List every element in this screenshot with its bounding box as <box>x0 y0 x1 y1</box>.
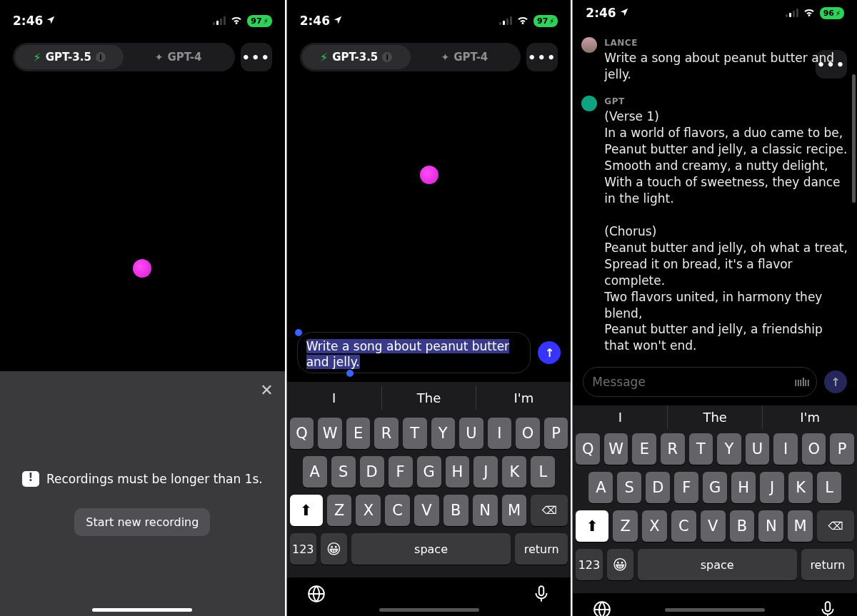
emoji-key[interactable]: 😀 <box>607 549 633 580</box>
numbers-key[interactable]: 123 <box>576 549 602 580</box>
key-w[interactable]: W <box>318 418 342 449</box>
key-u[interactable]: U <box>746 433 770 465</box>
key-b[interactable]: B <box>730 510 755 542</box>
mic-icon[interactable] <box>532 585 551 606</box>
scroll-indicator[interactable] <box>852 74 856 203</box>
keyboard-suggestions[interactable]: I The I'm <box>573 405 857 429</box>
key-o[interactable]: O <box>516 418 540 449</box>
clock: 2:46 <box>13 14 43 28</box>
keyboard-suggestions[interactable]: I The I'm <box>287 382 571 413</box>
home-indicator[interactable] <box>92 608 192 612</box>
key-t[interactable]: T <box>403 418 427 449</box>
return-key[interactable]: return <box>515 533 568 565</box>
suggestion[interactable]: I <box>287 386 382 410</box>
more-button[interactable]: ••• <box>526 43 558 71</box>
suggestion[interactable]: I'm <box>763 405 857 429</box>
key-g[interactable]: G <box>417 456 441 488</box>
key-c[interactable]: C <box>385 495 410 526</box>
selection-handle[interactable] <box>346 370 354 377</box>
close-icon[interactable]: ✕ <box>260 381 273 399</box>
key-v[interactable]: V <box>414 495 439 526</box>
key-a[interactable]: A <box>303 456 327 488</box>
key-q[interactable]: Q <box>576 433 600 465</box>
send-button[interactable]: ↑ <box>824 370 847 393</box>
sender-label: LANCE <box>604 37 848 49</box>
keyboard[interactable]: QWERTYUIOP ASDFGHJKL ⬆ ZXCVBNM ⌫ 123 😀 s… <box>573 429 857 593</box>
tab-gpt4[interactable]: ✦ GPT-4 <box>411 45 519 69</box>
key-j[interactable]: J <box>473 456 498 488</box>
emoji-key[interactable]: 😀 <box>321 533 347 565</box>
space-key[interactable]: space <box>638 549 797 580</box>
key-s[interactable]: S <box>617 472 641 503</box>
key-h[interactable]: H <box>731 472 756 503</box>
key-f[interactable]: F <box>674 472 698 503</box>
home-indicator[interactable] <box>379 608 479 612</box>
key-d[interactable]: D <box>360 456 384 488</box>
key-w[interactable]: W <box>604 433 628 465</box>
key-h[interactable]: H <box>446 456 470 488</box>
key-d[interactable]: D <box>646 472 670 503</box>
key-p[interactable]: P <box>830 433 854 465</box>
start-recording-button[interactable]: Start new recording <box>74 508 210 536</box>
key-j[interactable]: J <box>760 472 784 503</box>
suggestion[interactable]: I'm <box>476 386 571 410</box>
key-z[interactable]: Z <box>613 510 638 542</box>
key-l[interactable]: L <box>531 456 555 488</box>
numbers-key[interactable]: 123 <box>290 533 316 565</box>
keyboard[interactable]: QWERTYUIOP ASDFGHJKL ⬆ ZXCVBNM ⌫ 123 😀 s… <box>287 413 571 577</box>
key-y[interactable]: Y <box>717 433 741 465</box>
home-indicator[interactable] <box>665 608 765 612</box>
message-input[interactable]: Write a song about peanut butter and jel… <box>297 332 531 373</box>
key-l[interactable]: L <box>817 472 841 503</box>
overlay-message: Recordings must be longer than 1s. <box>46 472 263 486</box>
key-v[interactable]: V <box>701 510 726 542</box>
key-p[interactable]: P <box>544 418 568 449</box>
key-i[interactable]: I <box>773 433 798 465</box>
key-m[interactable]: M <box>502 495 527 526</box>
key-o[interactable]: O <box>802 433 826 465</box>
backspace-key[interactable]: ⌫ <box>531 495 568 526</box>
key-y[interactable]: Y <box>431 418 456 449</box>
tab-gpt35[interactable]: ⚡︎ GPT-3.5 i <box>15 45 124 69</box>
tab-gpt35[interactable]: ⚡︎ GPT-3.5 i <box>302 45 411 69</box>
suggestion[interactable]: The <box>668 405 763 429</box>
globe-icon[interactable] <box>593 600 611 616</box>
send-button[interactable]: ↑ <box>538 341 561 364</box>
key-t[interactable]: T <box>689 433 713 465</box>
return-key[interactable]: return <box>801 549 854 580</box>
key-k[interactable]: K <box>502 456 526 488</box>
backspace-key[interactable]: ⌫ <box>817 510 854 542</box>
key-r[interactable]: R <box>374 418 399 449</box>
key-i[interactable]: I <box>488 418 512 449</box>
more-button[interactable]: ••• <box>241 43 272 71</box>
shift-key[interactable]: ⬆ <box>576 510 608 542</box>
key-q[interactable]: Q <box>290 418 314 449</box>
space-key[interactable]: space <box>351 533 511 565</box>
key-m[interactable]: M <box>788 510 813 542</box>
key-b[interactable]: B <box>443 495 468 526</box>
waveform-icon[interactable]: ıııIıı <box>794 375 809 389</box>
key-z[interactable]: Z <box>327 495 352 526</box>
shift-key[interactable]: ⬆ <box>290 495 323 526</box>
suggestion[interactable]: The <box>382 386 477 410</box>
key-e[interactable]: E <box>346 418 371 449</box>
selection-handle[interactable] <box>295 329 302 336</box>
key-k[interactable]: K <box>788 472 813 503</box>
key-c[interactable]: C <box>671 510 696 542</box>
key-e[interactable]: E <box>632 433 656 465</box>
key-s[interactable]: S <box>331 456 356 488</box>
mic-icon[interactable] <box>818 600 837 616</box>
key-a[interactable]: A <box>588 472 613 503</box>
key-x[interactable]: X <box>356 495 381 526</box>
tab-gpt4[interactable]: ✦ GPT-4 <box>124 45 232 69</box>
key-n[interactable]: N <box>758 510 783 542</box>
key-f[interactable]: F <box>389 456 413 488</box>
key-n[interactable]: N <box>473 495 498 526</box>
globe-icon[interactable] <box>307 585 326 606</box>
suggestion[interactable]: I <box>573 405 668 429</box>
key-u[interactable]: U <box>459 418 483 449</box>
key-x[interactable]: X <box>642 510 667 542</box>
key-r[interactable]: R <box>661 433 685 465</box>
message-input[interactable]: Message ıııIıı <box>583 367 817 397</box>
key-g[interactable]: G <box>703 472 727 503</box>
